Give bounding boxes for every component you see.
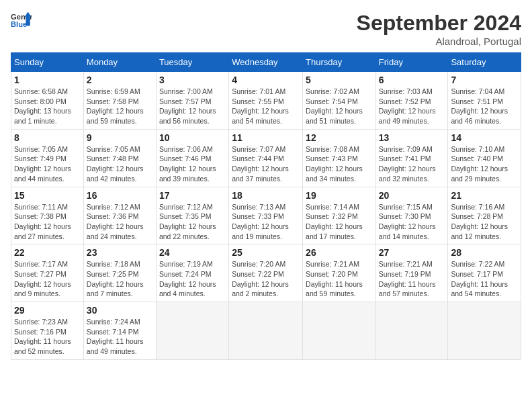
day-number: 9 — [87, 132, 153, 143]
calendar-cell: 26 Sunrise: 7:21 AM Sunset: 7:20 PM Dayl… — [303, 244, 376, 302]
calendar-cell: 23 Sunrise: 7:18 AM Sunset: 7:25 PM Dayl… — [83, 244, 156, 302]
day-info: Sunrise: 7:01 AM Sunset: 7:55 PM Dayligh… — [232, 87, 300, 126]
col-thursday: Thursday — [303, 53, 376, 72]
day-number: 21 — [451, 190, 518, 201]
day-number: 4 — [232, 75, 300, 85]
day-info: Sunrise: 7:15 AM Sunset: 7:30 PM Dayligh… — [379, 202, 445, 242]
day-number: 28 — [451, 247, 518, 258]
day-number: 20 — [379, 190, 445, 201]
calendar-cell: 7 Sunrise: 7:04 AM Sunset: 7:51 PM Dayli… — [448, 72, 521, 130]
day-number: 29 — [14, 305, 81, 316]
day-info: Sunrise: 7:05 AM Sunset: 7:48 PM Dayligh… — [87, 144, 153, 184]
day-number: 12 — [306, 132, 373, 143]
day-info: Sunrise: 7:10 AM Sunset: 7:40 PM Dayligh… — [451, 144, 518, 184]
col-sunday: Sunday — [11, 53, 84, 72]
day-info: Sunrise: 7:21 AM Sunset: 7:20 PM Dayligh… — [306, 259, 373, 299]
calendar-cell — [156, 302, 228, 360]
day-number: 19 — [306, 190, 373, 201]
day-info: Sunrise: 7:02 AM Sunset: 7:54 PM Dayligh… — [306, 87, 373, 126]
day-number: 17 — [159, 190, 226, 201]
calendar-cell: 29 Sunrise: 7:23 AM Sunset: 7:16 PM Dayl… — [11, 302, 84, 360]
col-monday: Monday — [83, 53, 156, 72]
calendar-table: Sunday Monday Tuesday Wednesday Thursday… — [11, 52, 521, 360]
calendar-body: 1 Sunrise: 6:58 AM Sunset: 8:00 PM Dayli… — [11, 72, 521, 360]
calendar-cell: 19 Sunrise: 7:14 AM Sunset: 7:32 PM Dayl… — [303, 187, 376, 244]
calendar-week-row: 15 Sunrise: 7:11 AM Sunset: 7:38 PM Dayl… — [11, 187, 521, 244]
calendar-cell: 14 Sunrise: 7:10 AM Sunset: 7:40 PM Dayl… — [448, 129, 521, 187]
calendar-cell — [448, 302, 521, 360]
calendar-cell: 8 Sunrise: 7:05 AM Sunset: 7:49 PM Dayli… — [11, 129, 84, 187]
logo: General Blue — [11, 11, 32, 30]
calendar-cell: 10 Sunrise: 7:06 AM Sunset: 7:46 PM Dayl… — [156, 129, 228, 187]
calendar-cell: 30 Sunrise: 7:24 AM Sunset: 7:14 PM Dayl… — [83, 302, 156, 360]
day-info: Sunrise: 7:03 AM Sunset: 7:52 PM Dayligh… — [379, 87, 445, 126]
day-number: 11 — [232, 132, 300, 143]
calendar-cell: 20 Sunrise: 7:15 AM Sunset: 7:30 PM Dayl… — [375, 187, 448, 244]
day-number: 30 — [87, 305, 153, 316]
day-info: Sunrise: 7:12 AM Sunset: 7:36 PM Dayligh… — [87, 202, 153, 242]
calendar-cell: 6 Sunrise: 7:03 AM Sunset: 7:52 PM Dayli… — [375, 72, 448, 130]
day-info: Sunrise: 7:05 AM Sunset: 7:49 PM Dayligh… — [14, 144, 81, 184]
day-info: Sunrise: 7:09 AM Sunset: 7:41 PM Dayligh… — [379, 144, 445, 184]
day-number: 8 — [14, 132, 81, 143]
day-info: Sunrise: 7:13 AM Sunset: 7:33 PM Dayligh… — [232, 202, 300, 242]
day-number: 15 — [14, 190, 81, 201]
calendar-cell: 17 Sunrise: 7:12 AM Sunset: 7:35 PM Dayl… — [156, 187, 228, 244]
day-number: 18 — [232, 190, 300, 201]
calendar-cell: 25 Sunrise: 7:20 AM Sunset: 7:22 PM Dayl… — [229, 244, 303, 302]
calendar-cell: 4 Sunrise: 7:01 AM Sunset: 7:55 PM Dayli… — [229, 72, 303, 130]
day-info: Sunrise: 7:22 AM Sunset: 7:17 PM Dayligh… — [451, 259, 518, 299]
day-number: 2 — [87, 75, 153, 85]
calendar-cell: 5 Sunrise: 7:02 AM Sunset: 7:54 PM Dayli… — [303, 72, 376, 130]
calendar-cell: 9 Sunrise: 7:05 AM Sunset: 7:48 PM Dayli… — [83, 129, 156, 187]
day-number: 3 — [159, 75, 226, 85]
day-number: 14 — [451, 132, 518, 143]
day-info: Sunrise: 7:24 AM Sunset: 7:14 PM Dayligh… — [87, 317, 153, 357]
day-number: 7 — [451, 75, 518, 85]
day-info: Sunrise: 7:04 AM Sunset: 7:51 PM Dayligh… — [451, 87, 518, 126]
header-row: Sunday Monday Tuesday Wednesday Thursday… — [11, 53, 521, 72]
day-number: 16 — [87, 190, 153, 201]
calendar-cell: 18 Sunrise: 7:13 AM Sunset: 7:33 PM Dayl… — [229, 187, 303, 244]
title-section: September 2024 Alandroal, Portugal — [357, 11, 521, 47]
calendar-cell: 13 Sunrise: 7:09 AM Sunset: 7:41 PM Dayl… — [375, 129, 448, 187]
col-wednesday: Wednesday — [229, 53, 303, 72]
calendar-cell: 27 Sunrise: 7:21 AM Sunset: 7:19 PM Dayl… — [375, 244, 448, 302]
day-info: Sunrise: 7:08 AM Sunset: 7:43 PM Dayligh… — [306, 144, 373, 184]
day-number: 13 — [379, 132, 445, 143]
calendar-cell: 22 Sunrise: 7:17 AM Sunset: 7:27 PM Dayl… — [11, 244, 84, 302]
calendar-cell: 28 Sunrise: 7:22 AM Sunset: 7:17 PM Dayl… — [448, 244, 521, 302]
location: Alandroal, Portugal — [357, 36, 521, 47]
calendar-cell: 15 Sunrise: 7:11 AM Sunset: 7:38 PM Dayl… — [11, 187, 84, 244]
calendar-cell: 1 Sunrise: 6:58 AM Sunset: 8:00 PM Dayli… — [11, 72, 84, 130]
day-number: 6 — [379, 75, 445, 85]
calendar-cell: 2 Sunrise: 6:59 AM Sunset: 7:58 PM Dayli… — [83, 72, 156, 130]
calendar-cell — [303, 302, 376, 360]
day-info: Sunrise: 7:06 AM Sunset: 7:46 PM Dayligh… — [159, 144, 226, 184]
day-info: Sunrise: 7:00 AM Sunset: 7:57 PM Dayligh… — [159, 87, 226, 126]
day-number: 5 — [306, 75, 373, 85]
svg-text:Blue: Blue — [11, 20, 27, 28]
day-number: 26 — [306, 247, 373, 258]
day-info: Sunrise: 7:20 AM Sunset: 7:22 PM Dayligh… — [232, 259, 300, 299]
calendar-cell — [375, 302, 448, 360]
day-info: Sunrise: 7:07 AM Sunset: 7:44 PM Dayligh… — [232, 144, 300, 184]
day-info: Sunrise: 6:58 AM Sunset: 8:00 PM Dayligh… — [14, 87, 81, 126]
day-info: Sunrise: 7:17 AM Sunset: 7:27 PM Dayligh… — [14, 259, 81, 299]
col-saturday: Saturday — [448, 53, 521, 72]
calendar-cell — [229, 302, 303, 360]
calendar-week-row: 29 Sunrise: 7:23 AM Sunset: 7:16 PM Dayl… — [11, 302, 521, 360]
day-number: 24 — [159, 247, 226, 258]
calendar-week-row: 22 Sunrise: 7:17 AM Sunset: 7:27 PM Dayl… — [11, 244, 521, 302]
day-info: Sunrise: 7:21 AM Sunset: 7:19 PM Dayligh… — [379, 259, 445, 299]
col-friday: Friday — [375, 53, 448, 72]
calendar-cell: 24 Sunrise: 7:19 AM Sunset: 7:24 PM Dayl… — [156, 244, 228, 302]
day-info: Sunrise: 7:18 AM Sunset: 7:25 PM Dayligh… — [87, 259, 153, 299]
day-number: 23 — [87, 247, 153, 258]
day-number: 22 — [14, 247, 81, 258]
calendar-week-row: 1 Sunrise: 6:58 AM Sunset: 8:00 PM Dayli… — [11, 72, 521, 130]
calendar-cell: 3 Sunrise: 7:00 AM Sunset: 7:57 PM Dayli… — [156, 72, 228, 130]
calendar-cell: 12 Sunrise: 7:08 AM Sunset: 7:43 PM Dayl… — [303, 129, 376, 187]
day-number: 1 — [14, 75, 81, 85]
day-number: 10 — [159, 132, 226, 143]
